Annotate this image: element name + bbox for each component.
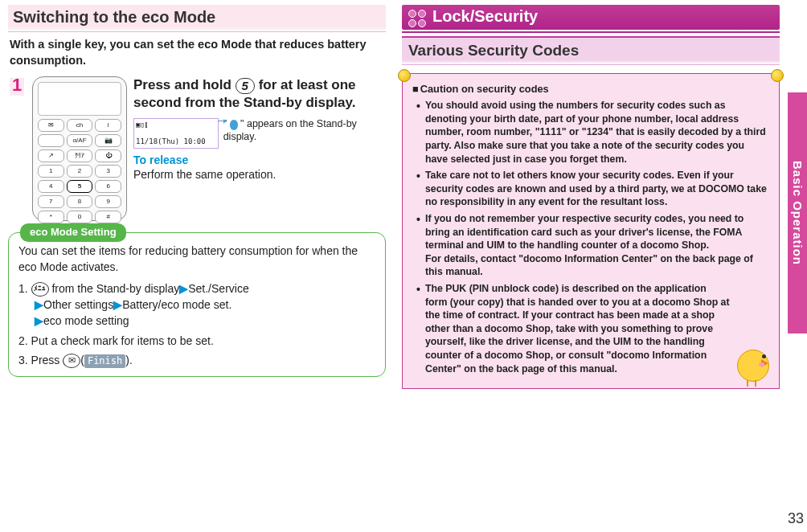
eco-step1-b: Set./Service xyxy=(188,282,248,295)
arrow-icon: ▶ xyxy=(35,298,43,311)
phone-illustration: ✉chi α/AF📷 ↗ｸﾘｱ⏻ 123 456 789 *0# xyxy=(32,76,127,221)
arrow-icon: ▶ xyxy=(113,298,122,311)
instr-pre: Press and hold xyxy=(133,77,236,92)
step-instruction: Press and hold 5 for at least one second… xyxy=(133,76,386,112)
eco-step1-d: Battery/eco mode set. xyxy=(122,298,231,311)
eco-step3-pre: 3. Press xyxy=(18,354,63,366)
step-number: 1 xyxy=(8,76,26,221)
arrow-icon: ▶ xyxy=(179,282,188,295)
caution-bullet: The PUK (PIN unblock code) is described … xyxy=(412,282,769,375)
caution-bullet: If you do not remember your respective s… xyxy=(412,212,769,279)
key-5-icon: 5 xyxy=(236,78,255,94)
mini-caption-post: " appears on the Stand-by display. xyxy=(223,118,357,142)
clover-icon xyxy=(408,10,426,27)
mail-key-icon: ✉ xyxy=(63,354,80,368)
menu-key-icon: ﾒﾆｭ xyxy=(31,282,49,297)
various-security-codes-title: Various Security Codes xyxy=(402,36,780,65)
mini-caption: " " appears on the Stand-by display. xyxy=(223,118,386,143)
caution-board: Caution on security codes You should avo… xyxy=(402,73,780,389)
eco-step-2: 2. Put a check mark for items to be set. xyxy=(18,333,375,349)
eco-step1-e: eco mode setting xyxy=(43,314,129,327)
lock-security-title: Lock/Security xyxy=(432,7,538,25)
standby-mini-display: ▣▯⫿ 11/18(Thu) 10:00 xyxy=(133,118,219,149)
pin-icon xyxy=(398,69,411,82)
finish-softkey: Finish xyxy=(84,354,125,368)
side-tab-basic-operation: Basic Operation xyxy=(788,92,807,334)
eco-mode-title: Switching to the eco Mode xyxy=(8,5,386,32)
caution-bullet: You should avoid using the numbers for s… xyxy=(412,99,769,166)
eco-icon xyxy=(230,120,238,130)
eco-step1-num: 1. xyxy=(18,282,31,295)
eco-box-intro: You can set the items for reducing batte… xyxy=(18,243,375,276)
eco-step-3: 3. Press ✉(Finish). xyxy=(18,352,375,368)
page-number: 33 xyxy=(788,510,804,527)
to-release-label: To release xyxy=(133,153,386,166)
eco-step1-a: from the Stand-by display xyxy=(49,282,180,295)
to-release-text: Perform the same operation. xyxy=(133,168,386,181)
eco-mode-lead: With a single key, you can set the eco M… xyxy=(10,37,384,68)
pin-icon xyxy=(771,69,784,82)
arrow-icon: ▶ xyxy=(35,314,43,327)
eco-mode-setting-tab: eco Mode Setting xyxy=(20,223,126,242)
lock-security-header: Lock/Security xyxy=(402,5,780,30)
chick-illustration xyxy=(732,345,774,385)
mini-display-datetime: 11/18(Thu) 10:00 xyxy=(136,137,216,146)
caution-heading: Caution on security codes xyxy=(412,82,769,96)
mini-display-icons: ▣▯⫿ xyxy=(136,121,216,129)
eco-step1-c: Other settings xyxy=(43,298,113,311)
eco-mode-setting-box: eco Mode Setting You can set the items f… xyxy=(8,232,386,377)
step-1-row: 1 ✉chi α/AF📷 ↗ｸﾘｱ⏻ 123 456 789 *0# Press… xyxy=(8,76,386,221)
caution-bullet: Take care not to let others know your se… xyxy=(412,169,769,209)
eco-step3-paren-close: ). xyxy=(125,354,133,366)
eco-step-1: 1. ﾒﾆｭ from the Stand-by display▶Set./Se… xyxy=(18,280,375,329)
side-tab-area: Basic Operation xyxy=(788,0,807,532)
